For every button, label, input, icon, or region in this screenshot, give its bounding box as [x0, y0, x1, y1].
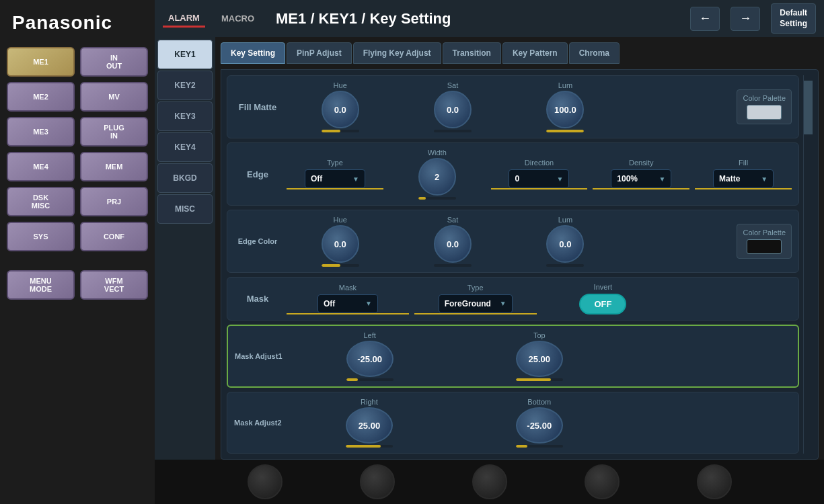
edge-direction-label: Direction	[525, 159, 554, 167]
mask-invert-toggle[interactable]: OFF	[579, 294, 626, 314]
content-area: KEY1 KEY2 KEY3 KEY4 BKGD MISC Key Settin…	[155, 37, 824, 460]
edge-lum-ctrl: Lum 0.0	[512, 216, 619, 267]
key-item-misc[interactable]: MISC	[157, 194, 213, 224]
edge-direction-value: 0	[515, 174, 519, 183]
edge-direction-dropdown[interactable]: 0 ▼	[509, 169, 569, 188]
mask-right-value[interactable]: 25.00	[346, 407, 393, 444]
key-item-key1[interactable]: KEY1	[157, 40, 213, 69]
mask-bottom-value[interactable]: -25.00	[516, 407, 563, 444]
key-item-key3[interactable]: KEY3	[157, 101, 213, 131]
hw-btn-me3[interactable]: ME3	[7, 117, 75, 146]
hw-btn-plugin[interactable]: PLUGIN	[80, 117, 148, 146]
sat-label: Sat	[447, 81, 459, 89]
edge-fill-arrow: ▼	[761, 175, 767, 183]
mask-left-value[interactable]: -25.00	[346, 341, 394, 377]
edge-hue-ctrl: Hue 0.0	[287, 216, 394, 267]
bottom-knob-1[interactable]	[248, 464, 283, 499]
mask-bottom-input: Bottom -25.00	[457, 398, 622, 448]
edge-type-bottom-line	[287, 188, 383, 190]
edge-color-label: Edge Color	[234, 237, 281, 246]
mask-type-value: ForeGround	[445, 299, 491, 308]
mask-label: Mask	[234, 294, 281, 304]
mask-top-value[interactable]: 25.00	[516, 341, 563, 377]
mask-type-bottom-line	[414, 313, 537, 314]
mask-type-dropdown[interactable]: ForeGround ▼	[439, 294, 513, 313]
tab-pinp-adjust[interactable]: PinP Adjust	[287, 42, 352, 64]
mask-invert-ctrl: Invert OFF	[542, 283, 665, 314]
hw-btn-me2[interactable]: ME2	[7, 82, 75, 112]
mask-invert-label: Invert	[594, 283, 613, 291]
edge-width-ctrl: Width 2	[389, 149, 486, 200]
edge-sat-bar	[434, 264, 472, 267]
lum-knob[interactable]: 100.0	[546, 91, 584, 128]
hw-btn-menu-mode[interactable]: MENUMODE	[7, 270, 75, 300]
tab-chroma[interactable]: Chroma	[569, 42, 620, 64]
edge-direction-bottom-line	[491, 188, 588, 190]
button-grid-row7: MENUMODE WFMVECT	[7, 270, 148, 300]
hw-btn-prj[interactable]: PRJ	[80, 187, 148, 216]
key-sidebar: KEY1 KEY2 KEY3 KEY4 BKGD MISC	[155, 37, 215, 460]
mask-bottom-bar-fill	[516, 445, 528, 448]
bottom-knob-3[interactable]	[472, 464, 507, 499]
color-palette-button[interactable]: Color Palette	[737, 89, 792, 124]
scrollbar-thumb[interactable]	[804, 81, 813, 134]
edge-density-dropdown[interactable]: 100% ▼	[611, 169, 671, 188]
lum-label: Lum	[558, 81, 572, 89]
settings-main: Fill Matte Hue 0.0 Sat 0.0	[227, 75, 799, 454]
edge-density-value: 100%	[617, 174, 638, 183]
edge-type-dropdown[interactable]: Off ▼	[305, 169, 365, 188]
mask-mask-label: Mask	[339, 284, 357, 292]
page-title: ME1 / KEY1 / Key Setting	[276, 10, 679, 28]
edge-type-arrow: ▼	[352, 175, 359, 183]
btn-spacer	[7, 257, 148, 265]
edge-hue-knob[interactable]: 0.0	[322, 225, 359, 263]
mask-mask-dropdown[interactable]: Off ▼	[317, 294, 378, 313]
fill-matte-label: Fill Matte	[234, 102, 281, 112]
hw-btn-sys[interactable]: SYS	[7, 222, 75, 251]
hw-btn-conf[interactable]: CONF	[80, 222, 148, 251]
key-item-key2[interactable]: KEY2	[157, 71, 213, 100]
mask-bottom-bar	[516, 445, 563, 448]
default-setting-button[interactable]: DefaultSetting	[771, 3, 816, 34]
nav-prev-button[interactable]: ←	[690, 7, 720, 31]
sat-knob[interactable]: 0.0	[434, 91, 472, 128]
hue-bar	[322, 130, 359, 132]
key-item-key4[interactable]: KEY4	[157, 132, 213, 162]
key-item-bkgd[interactable]: BKGD	[157, 163, 213, 193]
hw-btn-mem[interactable]: MEM	[80, 152, 148, 181]
edge-width-knob[interactable]: 2	[418, 158, 456, 196]
mask-mask-ctrl: Mask Off ▼	[287, 284, 409, 314]
hue-knob-ctrl: Hue 0.0	[287, 81, 394, 132]
scrollbar-track[interactable]	[803, 75, 813, 454]
edge-fill-dropdown[interactable]: Matte ▼	[713, 169, 774, 188]
edge-color-palette-label: Color Palette	[743, 228, 786, 237]
edge-lum-knob[interactable]: 0.0	[546, 225, 584, 263]
hw-btn-wfm-vect[interactable]: WFMVECT	[80, 270, 148, 300]
edge-type-ctrl: Type Off ▼	[287, 159, 383, 190]
bottom-knob-4[interactable]	[585, 464, 620, 499]
color-swatch	[747, 105, 782, 120]
edge-color-palette-button[interactable]: Color Palette	[737, 224, 792, 259]
tab-key-pattern[interactable]: Key Pattern	[502, 42, 568, 64]
tabs: Key Setting PinP Adjust Flying Key Adjus…	[221, 42, 819, 64]
lum-knob-ctrl: Lum 100.0	[512, 81, 619, 132]
edge-sat-knob[interactable]: 0.0	[434, 225, 472, 263]
tab-transition[interactable]: Transition	[443, 42, 501, 64]
hw-btn-me1[interactable]: ME1	[7, 47, 75, 77]
hue-knob[interactable]: 0.0	[322, 91, 359, 128]
tab-flying-key-adjust[interactable]: Flying Key Adjust	[353, 42, 441, 64]
edge-sat-label: Sat	[447, 216, 459, 224]
hw-btn-mv[interactable]: MV	[80, 82, 148, 112]
mask-top-input: Top 25.00	[457, 331, 622, 381]
macro-button[interactable]: MACRO	[216, 11, 260, 26]
edge-density-arrow: ▼	[659, 175, 665, 183]
edge-density-bottom-line	[593, 188, 689, 190]
alarm-button[interactable]: ALARM	[163, 10, 205, 28]
bottom-knob-2[interactable]	[360, 464, 395, 499]
hw-btn-in-out[interactable]: INOUT	[80, 47, 148, 77]
hw-btn-me4[interactable]: ME4	[7, 152, 75, 181]
tab-key-setting[interactable]: Key Setting	[221, 42, 285, 64]
bottom-knob-5[interactable]	[697, 464, 732, 499]
hw-btn-dsk-misc[interactable]: DSKMISC	[7, 187, 75, 216]
nav-next-button[interactable]: →	[731, 7, 760, 31]
